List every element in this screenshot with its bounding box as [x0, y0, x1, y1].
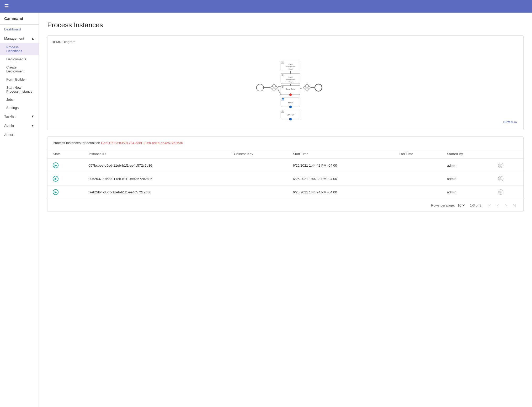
- table-row: ▶ 057bcbee-d5dd-11eb-b1f1-ee4c572c2b36 6…: [47, 159, 523, 172]
- svg-text:Some: Some: [289, 76, 292, 78]
- first-page-button[interactable]: |<: [486, 202, 493, 209]
- svg-text:⚙: ⚙: [282, 86, 283, 88]
- menu-icon[interactable]: ☰: [4, 3, 9, 9]
- table-footer: Rows per page: 10 25 50 1-3 of 3 |< < > …: [47, 199, 523, 212]
- state-icon-0[interactable]: ▶: [53, 162, 58, 168]
- svg-text:⚙: ⚙: [282, 110, 284, 113]
- sidebar-item-jobs[interactable]: Jobs: [0, 96, 39, 104]
- svg-text:👤: 👤: [282, 98, 284, 100]
- svg-point-30: [289, 106, 292, 108]
- layout: Cammand Dashboard Management ▲ Process D…: [0, 13, 532, 407]
- definition-id-link[interactable]: GenUTs:23:83591734-d38f-11eb-bd1b-ee4c57…: [101, 141, 183, 145]
- last-page-button[interactable]: >|: [511, 202, 518, 209]
- svg-text:Script: Script: [289, 81, 292, 83]
- rows-per-page-label: Rows per page:: [431, 203, 455, 207]
- rows-per-page-select[interactable]: 10 25 50: [456, 203, 466, 208]
- svg-text:Some ST: Some ST: [287, 114, 294, 116]
- svg-point-35: [289, 118, 292, 120]
- cell-state-2: ▶: [47, 186, 83, 199]
- sidebar-section-tasklist[interactable]: Tasklist ▼: [0, 112, 39, 121]
- info-icon-0[interactable]: ⓘ: [498, 163, 503, 168]
- info-icon-1[interactable]: ⓘ: [498, 176, 503, 181]
- svg-point-0: [257, 84, 264, 91]
- instances-section: Process Instances for definition GenUTs:…: [47, 136, 524, 212]
- instances-header-text: Process Instances for definition: [53, 141, 101, 145]
- svg-text:Some: Some: [289, 64, 292, 65]
- svg-point-25: [289, 93, 292, 96]
- cell-end-time-2: [393, 186, 442, 199]
- state-icon-1[interactable]: ▶: [53, 176, 58, 182]
- cell-business-key-2: [227, 186, 288, 199]
- cell-state-1: ▶: [47, 172, 83, 186]
- page-info: 1-3 of 3: [470, 203, 481, 207]
- topbar: ☰: [0, 0, 532, 13]
- col-state: State: [47, 149, 83, 159]
- sidebar-section-management[interactable]: Management ▲: [0, 34, 39, 43]
- table-head: State Instance ID Business Key Start Tim…: [47, 149, 523, 159]
- cell-started-by-1: admin: [442, 172, 493, 186]
- table-body: ▶ 057bcbee-d5dd-11eb-b1f1-ee4c572c2b36 6…: [47, 159, 523, 199]
- sidebar-item-start-new-process[interactable]: Start New Process Instance: [0, 83, 39, 96]
- instances-table: State Instance ID Business Key Start Tim…: [47, 149, 523, 199]
- cell-instance-id-2: faeb2db4-d5dc-11eb-b1f1-ee4c572c2b36: [83, 186, 227, 199]
- state-icon-2[interactable]: ▶: [53, 189, 58, 195]
- tasklist-label: Tasklist: [4, 114, 15, 118]
- sidebar-item-dashboard[interactable]: Dashboard: [0, 25, 39, 34]
- chevron-down-icon-admin: ▼: [31, 124, 34, 128]
- bpmn-svg: Some Background Script ⚙ Some Background…: [243, 47, 327, 126]
- bpmn-diagram-container: BPMN Diagram: [47, 35, 524, 130]
- cell-start-time-0: 6/25/2021 1:44:42 PM -04:00: [288, 159, 393, 172]
- col-instance-id: Instance ID: [83, 149, 227, 159]
- admin-label: Admin: [4, 124, 14, 128]
- cell-state-0: ▶: [47, 159, 83, 172]
- cell-instance-id-1: 00526379-d5dd-11eb-b1f1-ee4c572c2b36: [83, 172, 227, 186]
- svg-line-38: [300, 88, 303, 89]
- cell-actions-0: ⓘ: [493, 159, 523, 172]
- cell-start-time-1: 6/25/2021 1:44:33 PM -04:00: [288, 172, 393, 186]
- col-actions: [493, 149, 523, 159]
- cell-business-key-1: [227, 172, 288, 186]
- page-title: Process Instances: [47, 21, 524, 29]
- cell-end-time-1: [393, 172, 442, 186]
- sidebar-item-form-builder[interactable]: Form Builder: [0, 75, 39, 83]
- bpmn-label: BPMN Diagram: [52, 40, 519, 44]
- table-row: ▶ faeb2db4-d5dc-11eb-b1f1-ee4c572c2b36 6…: [47, 186, 523, 199]
- sidebar-item-about[interactable]: About: [0, 130, 39, 139]
- sidebar-section-admin[interactable]: Admin ▼: [0, 121, 39, 130]
- cell-actions-2: ⓘ: [493, 186, 523, 199]
- cell-started-by-2: admin: [442, 186, 493, 199]
- pagination-controls: |< < > >|: [486, 202, 518, 209]
- svg-line-37: [278, 89, 281, 95]
- bpmn-diagram: Some Background Script ⚙ Some Background…: [52, 47, 519, 126]
- brand: Cammand: [0, 13, 39, 25]
- col-started-by: Started By: [442, 149, 493, 159]
- next-page-button[interactable]: >: [502, 202, 510, 209]
- sidebar-item-deployments[interactable]: Deployments: [0, 55, 39, 63]
- instances-header: Process Instances for definition GenUTs:…: [47, 137, 523, 149]
- main-content: Process Instances BPMN Diagram: [39, 13, 532, 407]
- svg-text:My UI: My UI: [288, 102, 293, 104]
- svg-text:⚙: ⚙: [282, 74, 283, 76]
- prev-page-button[interactable]: <: [494, 202, 501, 209]
- cell-instance-id-0: 057bcbee-d5dd-11eb-b1f1-ee4c572c2b36: [83, 159, 227, 172]
- col-start-time: Start Time: [288, 149, 393, 159]
- table-header-row: State Instance ID Business Key Start Tim…: [47, 149, 523, 159]
- sidebar-item-process-definitions[interactable]: Process Definitions: [0, 43, 39, 55]
- svg-text:Script: Script: [289, 68, 292, 70]
- svg-text:⚙: ⚙: [282, 61, 283, 63]
- svg-text:Some Script: Some Script: [286, 88, 295, 90]
- col-end-time: End Time: [393, 149, 442, 159]
- sidebar: Cammand Dashboard Management ▲ Process D…: [0, 13, 39, 407]
- info-icon-2[interactable]: ⓘ: [498, 189, 503, 195]
- cell-started-by-0: admin: [442, 159, 493, 172]
- cell-end-time-0: [393, 159, 442, 172]
- sidebar-item-settings[interactable]: Settings: [0, 104, 39, 112]
- col-business-key: Business Key: [227, 149, 288, 159]
- rows-per-page-control: Rows per page: 10 25 50: [431, 203, 466, 208]
- table-row: ▶ 00526379-d5dd-11eb-b1f1-ee4c572c2b36 6…: [47, 172, 523, 186]
- cell-actions-1: ⓘ: [493, 172, 523, 186]
- sidebar-item-create-deployment[interactable]: Create Deployment: [0, 63, 39, 75]
- bpmn-watermark: BPMN.io: [503, 120, 517, 124]
- chevron-up-icon: ▲: [31, 36, 34, 40]
- svg-text:Background: Background: [286, 79, 295, 80]
